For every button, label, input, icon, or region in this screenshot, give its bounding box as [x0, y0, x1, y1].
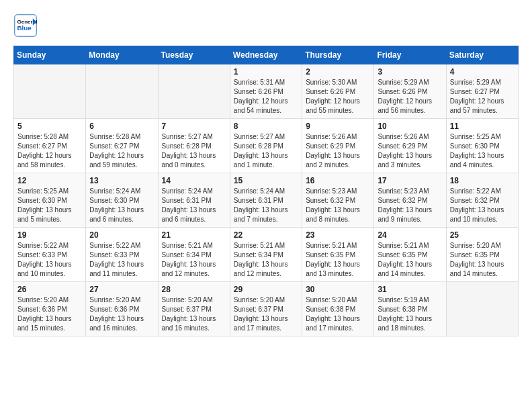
- calendar-cell-1-2: 7Sunrise: 5:27 AMSunset: 6:28 PMDaylight…: [158, 119, 230, 173]
- calendar-cell-2-4: 16Sunrise: 5:23 AMSunset: 6:32 PMDayligh…: [302, 173, 374, 228]
- calendar-cell-1-1: 6Sunrise: 5:28 AMSunset: 6:27 PMDaylight…: [86, 119, 158, 173]
- day-info: Sunrise: 5:27 AMSunset: 6:28 PMDaylight:…: [234, 132, 298, 170]
- day-info: Sunrise: 5:19 AMSunset: 6:38 PMDaylight:…: [378, 295, 442, 333]
- calendar-header-thursday: Thursday: [302, 46, 374, 64]
- day-info: Sunrise: 5:24 AMSunset: 6:30 PMDaylight:…: [89, 187, 154, 224]
- calendar-cell-1-0: 5Sunrise: 5:28 AMSunset: 6:27 PMDaylight…: [14, 119, 86, 173]
- day-info: Sunrise: 5:26 AMSunset: 6:29 PMDaylight:…: [378, 132, 442, 170]
- day-info: Sunrise: 5:28 AMSunset: 6:27 PMDaylight:…: [17, 132, 82, 170]
- calendar-cell-3-5: 24Sunrise: 5:21 AMSunset: 6:35 PMDayligh…: [374, 228, 446, 282]
- day-number: 23: [306, 230, 370, 240]
- day-number: 14: [162, 176, 226, 185]
- calendar-cell-3-4: 23Sunrise: 5:21 AMSunset: 6:35 PMDayligh…: [302, 228, 374, 282]
- day-number: 12: [17, 176, 82, 185]
- day-info: Sunrise: 5:21 AMSunset: 6:35 PMDaylight:…: [306, 241, 370, 279]
- day-info: Sunrise: 5:20 AMSunset: 6:37 PMDaylight:…: [234, 295, 298, 333]
- calendar-cell-2-3: 15Sunrise: 5:24 AMSunset: 6:31 PMDayligh…: [230, 173, 302, 228]
- calendar-cell-1-3: 8Sunrise: 5:27 AMSunset: 6:28 PMDaylight…: [230, 119, 302, 173]
- day-number: 15: [234, 176, 298, 185]
- day-number: 29: [234, 285, 298, 294]
- calendar-cell-0-2: [158, 64, 230, 119]
- calendar-cell-3-1: 20Sunrise: 5:22 AMSunset: 6:33 PMDayligh…: [86, 228, 158, 282]
- calendar-week-row-1: 5Sunrise: 5:28 AMSunset: 6:27 PMDaylight…: [14, 119, 519, 173]
- calendar-table: SundayMondayTuesdayWednesdayThursdayFrid…: [13, 46, 519, 336]
- day-number: 6: [89, 122, 154, 131]
- day-info: Sunrise: 5:22 AMSunset: 6:33 PMDaylight:…: [17, 241, 82, 279]
- calendar-cell-3-2: 21Sunrise: 5:21 AMSunset: 6:34 PMDayligh…: [158, 228, 230, 282]
- calendar-cell-0-6: 4Sunrise: 5:29 AMSunset: 6:27 PMDaylight…: [446, 64, 518, 119]
- day-number: 16: [306, 176, 370, 185]
- day-number: 31: [378, 285, 442, 294]
- day-number: 3: [378, 67, 442, 77]
- calendar-header-sunday: Sunday: [14, 46, 86, 64]
- calendar-header-saturday: Saturday: [446, 46, 518, 64]
- calendar-cell-4-2: 28Sunrise: 5:20 AMSunset: 6:37 PMDayligh…: [158, 282, 230, 336]
- day-number: 7: [162, 122, 226, 131]
- day-info: Sunrise: 5:22 AMSunset: 6:32 PMDaylight:…: [450, 187, 515, 224]
- day-number: 17: [378, 176, 442, 185]
- day-info: Sunrise: 5:28 AMSunset: 6:27 PMDaylight:…: [89, 132, 154, 170]
- day-info: Sunrise: 5:20 AMSunset: 6:37 PMDaylight:…: [162, 295, 226, 333]
- calendar-cell-2-1: 13Sunrise: 5:24 AMSunset: 6:30 PMDayligh…: [86, 173, 158, 228]
- day-number: 24: [378, 230, 442, 240]
- day-number: 27: [89, 285, 154, 294]
- day-info: Sunrise: 5:22 AMSunset: 6:33 PMDaylight:…: [89, 241, 154, 279]
- calendar-week-row-3: 19Sunrise: 5:22 AMSunset: 6:33 PMDayligh…: [14, 228, 519, 282]
- day-number: 25: [450, 230, 515, 240]
- day-number: 8: [234, 122, 298, 131]
- day-info: Sunrise: 5:24 AMSunset: 6:31 PMDaylight:…: [234, 187, 298, 224]
- calendar-cell-4-0: 26Sunrise: 5:20 AMSunset: 6:36 PMDayligh…: [14, 282, 86, 336]
- day-number: 1: [234, 67, 298, 77]
- day-info: Sunrise: 5:30 AMSunset: 6:26 PMDaylight:…: [306, 78, 370, 116]
- day-number: 11: [450, 122, 515, 131]
- day-info: Sunrise: 5:24 AMSunset: 6:31 PMDaylight:…: [162, 187, 226, 224]
- day-info: Sunrise: 5:31 AMSunset: 6:26 PMDaylight:…: [234, 78, 298, 116]
- day-info: Sunrise: 5:20 AMSunset: 6:36 PMDaylight:…: [17, 295, 82, 333]
- calendar-header-friday: Friday: [374, 46, 446, 64]
- calendar-cell-0-3: 1Sunrise: 5:31 AMSunset: 6:26 PMDaylight…: [230, 64, 302, 119]
- calendar-cell-2-0: 12Sunrise: 5:25 AMSunset: 6:30 PMDayligh…: [14, 173, 86, 228]
- calendar-week-row-2: 12Sunrise: 5:25 AMSunset: 6:30 PMDayligh…: [14, 173, 519, 228]
- calendar-cell-4-3: 29Sunrise: 5:20 AMSunset: 6:37 PMDayligh…: [230, 282, 302, 336]
- calendar-cell-1-5: 10Sunrise: 5:26 AMSunset: 6:29 PMDayligh…: [374, 119, 446, 173]
- calendar-cell-4-1: 27Sunrise: 5:20 AMSunset: 6:36 PMDayligh…: [86, 282, 158, 336]
- header: General Blue: [13, 13, 519, 38]
- calendar-cell-2-5: 17Sunrise: 5:23 AMSunset: 6:32 PMDayligh…: [374, 173, 446, 228]
- svg-text:Blue: Blue: [17, 24, 32, 32]
- day-number: 28: [162, 285, 226, 294]
- day-number: 21: [162, 230, 226, 240]
- calendar-cell-2-2: 14Sunrise: 5:24 AMSunset: 6:31 PMDayligh…: [158, 173, 230, 228]
- day-number: 5: [17, 122, 82, 131]
- day-info: Sunrise: 5:25 AMSunset: 6:30 PMDaylight:…: [450, 132, 515, 170]
- logo-icon: General Blue: [13, 13, 38, 38]
- day-number: 13: [89, 176, 154, 185]
- day-number: 18: [450, 176, 515, 185]
- day-info: Sunrise: 5:29 AMSunset: 6:27 PMDaylight:…: [450, 78, 515, 116]
- day-number: 30: [306, 285, 370, 294]
- calendar-cell-0-1: [86, 64, 158, 119]
- calendar-cell-1-6: 11Sunrise: 5:25 AMSunset: 6:30 PMDayligh…: [446, 119, 518, 173]
- day-number: 19: [17, 230, 82, 240]
- day-info: Sunrise: 5:26 AMSunset: 6:29 PMDaylight:…: [306, 132, 370, 170]
- calendar-cell-4-5: 31Sunrise: 5:19 AMSunset: 6:38 PMDayligh…: [374, 282, 446, 336]
- day-number: 20: [89, 230, 154, 240]
- day-info: Sunrise: 5:20 AMSunset: 6:38 PMDaylight:…: [306, 295, 370, 333]
- day-info: Sunrise: 5:21 AMSunset: 6:34 PMDaylight:…: [234, 241, 298, 279]
- calendar-cell-1-4: 9Sunrise: 5:26 AMSunset: 6:29 PMDaylight…: [302, 119, 374, 173]
- day-info: Sunrise: 5:27 AMSunset: 6:28 PMDaylight:…: [162, 132, 226, 170]
- calendar-header-tuesday: Tuesday: [158, 46, 230, 64]
- calendar-cell-0-4: 2Sunrise: 5:30 AMSunset: 6:26 PMDaylight…: [302, 64, 374, 119]
- day-number: 2: [306, 67, 370, 77]
- day-info: Sunrise: 5:29 AMSunset: 6:26 PMDaylight:…: [378, 78, 442, 116]
- day-info: Sunrise: 5:20 AMSunset: 6:36 PMDaylight:…: [89, 295, 154, 333]
- day-number: 10: [378, 122, 442, 131]
- day-number: 26: [17, 285, 82, 294]
- calendar-cell-3-3: 22Sunrise: 5:21 AMSunset: 6:34 PMDayligh…: [230, 228, 302, 282]
- calendar-cell-3-0: 19Sunrise: 5:22 AMSunset: 6:33 PMDayligh…: [14, 228, 86, 282]
- calendar-cell-4-6: [446, 282, 518, 336]
- day-info: Sunrise: 5:23 AMSunset: 6:32 PMDaylight:…: [378, 187, 442, 224]
- day-info: Sunrise: 5:20 AMSunset: 6:35 PMDaylight:…: [450, 241, 515, 279]
- calendar-cell-0-0: [14, 64, 86, 119]
- calendar-week-row-0: 1Sunrise: 5:31 AMSunset: 6:26 PMDaylight…: [14, 64, 519, 119]
- logo: General Blue: [13, 13, 42, 38]
